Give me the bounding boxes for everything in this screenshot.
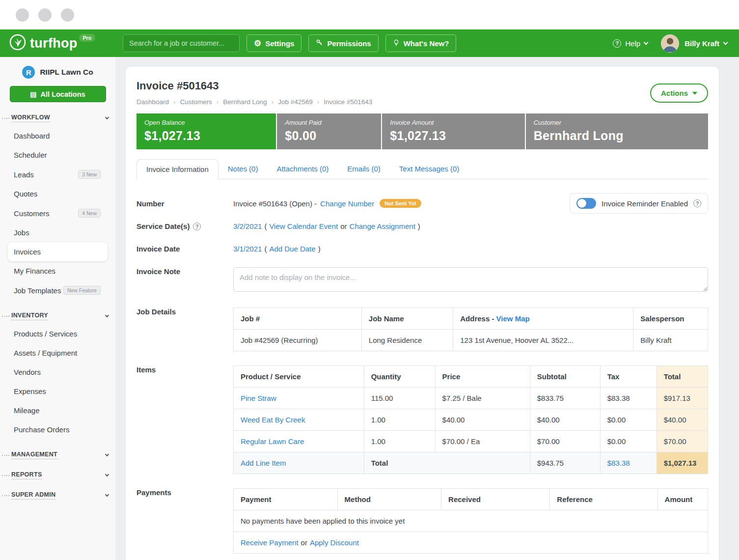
tab-text-messages[interactable]: Text Messages (0) — [390, 159, 469, 179]
receive-payment-link[interactable]: Receive Payment — [241, 538, 299, 547]
company-name: RIIPL Lawn Co — [40, 68, 93, 77]
col-address: Address - View Map — [453, 308, 633, 330]
sidebar-section-inventory[interactable]: INVENTORY — [2, 312, 109, 320]
add-line-item-link[interactable]: Add Line Item — [241, 459, 286, 467]
all-locations-button[interactable]: ▤ All Locations — [10, 86, 106, 102]
sidebar-item-customers[interactable]: Customers 4 New — [0, 203, 115, 223]
items-total-tax-link[interactable]: $83.38 — [607, 459, 630, 467]
payments-table: Payment Method Received Reference Amount… — [233, 488, 708, 554]
not-sent-badge: Not Sent Yet — [380, 199, 421, 208]
window-control-dot[interactable] — [16, 8, 29, 22]
item-row: Regular Lawn Care 1.00 $70.00 / Ea $70.0… — [234, 431, 708, 452]
main-content: Invoice #501643 Dashboard Customers Bern… — [115, 57, 739, 560]
inventory-nav: Products / Services Assets / Equipment V… — [0, 324, 115, 439]
invoice-reminder-box: Invoice Reminder Enabled ? — [570, 193, 708, 214]
sidebar-section-workflow[interactable]: WORKFLOW — [2, 114, 109, 122]
help-tooltip-icon[interactable]: ? — [193, 223, 201, 230]
settings-button[interactable]: ⚙ Settings — [246, 34, 301, 52]
sidebar-item-scheduler[interactable]: Scheduler — [0, 145, 115, 165]
user-name: Billy Kraft — [684, 39, 719, 48]
sidebar-section-management[interactable]: MANAGEMENT — [2, 451, 109, 459]
sidebar-item-jobs[interactable]: Jobs — [0, 223, 115, 242]
sidebar-item-expenses[interactable]: Expenses — [0, 382, 115, 401]
stat-invoice-amount: Invoice Amount $1,027.13 — [382, 113, 524, 149]
item-tax: $83.38 — [600, 388, 657, 409]
help-menu[interactable]: ? Help — [613, 39, 648, 48]
chevron-down-icon — [105, 313, 109, 317]
breadcrumb-customers[interactable]: Customers — [180, 98, 223, 106]
stat-customer: Customer Bernhard Long — [526, 113, 708, 149]
window-control-dot[interactable] — [61, 8, 74, 22]
stat-label: Invoice Amount — [390, 119, 517, 126]
window-control-dot[interactable] — [38, 8, 52, 22]
change-number-link[interactable]: Change Number — [320, 199, 374, 208]
sidebar-item-leads[interactable]: Leads 3 New — [0, 165, 115, 184]
item-name-link[interactable]: Weed Eat By Creek — [241, 416, 305, 424]
item-name-link[interactable]: Pine Straw — [241, 394, 276, 402]
sidebar-item-my-finances[interactable]: My Finances — [0, 261, 115, 280]
invoice-tabs: Invoice Information Notes (0) Attachment… — [137, 159, 708, 179]
items-total-label: Total — [364, 452, 530, 474]
view-map-link[interactable]: View Map — [496, 314, 530, 323]
sidebar-item-vendors[interactable]: Vendors — [0, 363, 115, 382]
help-tooltip-icon[interactable]: ? — [693, 199, 701, 207]
sidebar-item-quotes[interactable]: Quotes — [0, 184, 115, 203]
tab-emails[interactable]: Emails (0) — [338, 159, 390, 179]
service-date-link[interactable]: 3/2/2021 — [233, 222, 262, 230]
item-price: $7.25 / Bale — [435, 388, 530, 409]
item-name-link[interactable]: Regular Lawn Care — [241, 437, 304, 446]
permissions-button[interactable]: Permissions — [308, 34, 378, 52]
sidebar-item-invoices[interactable]: Invoices — [8, 242, 108, 261]
user-menu[interactable]: Billy Kraft — [684, 39, 727, 48]
sidebar-item-label: My Finances — [14, 267, 55, 275]
sidebar-item-dashboard[interactable]: Dashboard — [0, 126, 115, 145]
chevron-down-icon — [105, 473, 109, 476]
sidebar-item-job-templates[interactable]: Job Templates New Feature — [0, 280, 115, 300]
tab-attachments[interactable]: Attachments (0) — [267, 159, 338, 179]
section-drag-dots — [2, 475, 9, 476]
apply-discount-link[interactable]: Apply Discount — [310, 538, 359, 547]
actions-button[interactable]: Actions — [650, 84, 708, 103]
change-assignment-link[interactable]: Change Assignment — [350, 222, 415, 230]
job-salesperson-cell: Billy Kraft — [633, 330, 708, 351]
paren: ) — [418, 222, 420, 230]
payments-header-row: Payment Method Received Reference Amount — [234, 489, 708, 510]
invoice-reminder-toggle[interactable] — [576, 198, 596, 209]
col-amount: Amount — [657, 489, 708, 510]
paren: ( — [264, 222, 267, 230]
search-input[interactable] — [123, 34, 240, 52]
all-locations-label: All Locations — [41, 90, 85, 98]
company-switcher[interactable]: R RIIPL Lawn Co — [0, 66, 115, 79]
view-calendar-event-link[interactable]: View Calendar Event — [269, 222, 338, 230]
user-avatar[interactable] — [661, 34, 679, 53]
help-icon: ? — [613, 39, 621, 48]
section-drag-dots — [2, 495, 9, 496]
invoice-date-label: Invoice Date — [137, 243, 233, 253]
sidebar-section-reports[interactable]: REPORTS — [2, 471, 109, 479]
col-job-name: Job Name — [361, 308, 453, 330]
whats-new-button[interactable]: What's New? — [385, 34, 457, 52]
items-table: Product / Service Quantity Price Subtota… — [233, 365, 708, 474]
invoice-date-link[interactable]: 3/1/2021 — [233, 245, 262, 253]
item-price: $40.00 — [435, 409, 530, 431]
sidebar-item-purchase-orders[interactable]: Purchase Orders — [0, 420, 115, 439]
sidebar-item-mileage[interactable]: Mileage — [0, 401, 115, 420]
job-details-table: Job # Job Name Address - View Map Salesp… — [233, 308, 708, 351]
tab-invoice-information[interactable]: Invoice Information — [137, 159, 219, 179]
invoice-note-input[interactable] — [233, 267, 708, 292]
invoice-reminder-label: Invoice Reminder Enabled — [602, 199, 688, 208]
new-count-badge: 3 New — [78, 170, 101, 179]
tab-notes[interactable]: Notes (0) — [219, 159, 268, 179]
breadcrumb-dashboard[interactable]: Dashboard — [137, 98, 180, 106]
turfhop-logo[interactable]: turfhop Pro — [9, 33, 116, 53]
sidebar-item-products-services[interactable]: Products / Services — [0, 324, 115, 343]
breadcrumb-customer[interactable]: Bernhard Long — [223, 98, 278, 106]
add-due-date-link[interactable]: Add Due Date — [269, 245, 315, 253]
sidebar-item-assets-equipment[interactable]: Assets / Equipment — [0, 343, 115, 363]
new-count-badge: 4 New — [78, 209, 101, 218]
breadcrumb-job[interactable]: Job #42569 — [278, 98, 324, 106]
chevron-down-icon — [105, 452, 109, 456]
sidebar-section-super-admin[interactable]: SUPER ADMIN — [2, 491, 109, 500]
pro-badge: Pro — [79, 34, 96, 42]
gear-icon: ⚙ — [254, 39, 261, 48]
